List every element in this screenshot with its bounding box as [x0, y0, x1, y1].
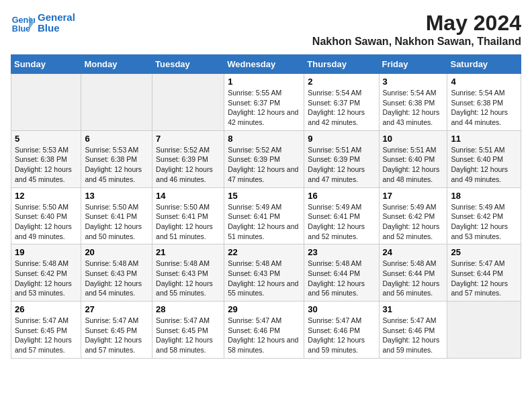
- calendar-cell: 23 Sunrise: 5:48 AM Sunset: 6:44 PM Dayl…: [304, 244, 379, 302]
- day-number: 9: [308, 134, 375, 144]
- calendar-cell: 7 Sunrise: 5:52 AM Sunset: 6:39 PM Dayli…: [152, 130, 224, 187]
- day-number: 20: [85, 247, 148, 257]
- calendar-cell: [447, 302, 521, 359]
- day-number: 27: [85, 304, 148, 314]
- calendar-cell: 19 Sunrise: 5:48 AM Sunset: 6:42 PM Dayl…: [11, 244, 81, 302]
- calendar-cell: 15 Sunrise: 5:49 AM Sunset: 6:41 PM Dayl…: [224, 187, 304, 244]
- day-info: Sunrise: 5:52 AM Sunset: 6:39 PM Dayligh…: [156, 145, 220, 185]
- calendar-cell: 5 Sunrise: 5:53 AM Sunset: 6:38 PM Dayli…: [11, 130, 81, 187]
- calendar-cell: 28 Sunrise: 5:47 AM Sunset: 6:45 PM Dayl…: [152, 302, 224, 359]
- calendar-cell: 3 Sunrise: 5:54 AM Sunset: 6:38 PM Dayli…: [379, 74, 447, 131]
- day-number: 31: [383, 304, 444, 314]
- calendar-cell: [11, 74, 81, 131]
- day-info: Sunrise: 5:47 AM Sunset: 6:45 PM Dayligh…: [156, 316, 220, 355]
- calendar-cell: 31 Sunrise: 5:47 AM Sunset: 6:46 PM Dayl…: [379, 302, 447, 359]
- calendar-cell: 16 Sunrise: 5:49 AM Sunset: 6:41 PM Dayl…: [304, 187, 379, 244]
- day-number: 6: [85, 134, 148, 144]
- day-info: Sunrise: 5:52 AM Sunset: 6:39 PM Dayligh…: [228, 145, 300, 185]
- day-number: 16: [308, 191, 375, 201]
- day-info: Sunrise: 5:51 AM Sunset: 6:40 PM Dayligh…: [451, 145, 517, 185]
- day-number: 30: [308, 304, 375, 314]
- day-info: Sunrise: 5:47 AM Sunset: 6:46 PM Dayligh…: [383, 316, 444, 355]
- week-row-2: 5 Sunrise: 5:53 AM Sunset: 6:38 PM Dayli…: [11, 130, 521, 187]
- day-info: Sunrise: 5:51 AM Sunset: 6:39 PM Dayligh…: [308, 145, 375, 185]
- week-row-4: 19 Sunrise: 5:48 AM Sunset: 6:42 PM Dayl…: [11, 244, 521, 302]
- calendar-cell: 26 Sunrise: 5:47 AM Sunset: 6:45 PM Dayl…: [11, 302, 81, 359]
- day-number: 24: [383, 247, 444, 257]
- day-info: Sunrise: 5:54 AM Sunset: 6:38 PM Dayligh…: [383, 88, 444, 128]
- calendar-cell: 1 Sunrise: 5:55 AM Sunset: 6:37 PM Dayli…: [224, 74, 304, 131]
- day-info: Sunrise: 5:48 AM Sunset: 6:43 PM Dayligh…: [85, 259, 148, 298]
- calendar-cell: 30 Sunrise: 5:47 AM Sunset: 6:46 PM Dayl…: [304, 302, 379, 359]
- header-thursday: Thursday: [304, 55, 379, 74]
- day-number: 1: [228, 77, 300, 87]
- day-info: Sunrise: 5:55 AM Sunset: 6:37 PM Dayligh…: [228, 88, 300, 128]
- calendar-cell: [81, 74, 152, 131]
- logo-text: GeneralBlue: [38, 12, 75, 34]
- calendar-cell: [152, 74, 224, 131]
- day-number: 14: [156, 191, 220, 201]
- day-info: Sunrise: 5:50 AM Sunset: 6:41 PM Dayligh…: [85, 202, 148, 242]
- day-info: Sunrise: 5:49 AM Sunset: 6:41 PM Dayligh…: [228, 202, 300, 242]
- calendar-cell: 18 Sunrise: 5:49 AM Sunset: 6:42 PM Dayl…: [447, 187, 521, 244]
- day-number: 21: [156, 247, 220, 257]
- calendar-cell: 4 Sunrise: 5:54 AM Sunset: 6:38 PM Dayli…: [447, 74, 521, 131]
- day-number: 5: [15, 134, 77, 144]
- day-info: Sunrise: 5:48 AM Sunset: 6:44 PM Dayligh…: [383, 259, 444, 298]
- header-friday: Friday: [379, 55, 447, 74]
- day-info: Sunrise: 5:49 AM Sunset: 6:42 PM Dayligh…: [451, 202, 517, 242]
- header-saturday: Saturday: [447, 55, 521, 74]
- day-info: Sunrise: 5:53 AM Sunset: 6:38 PM Dayligh…: [85, 145, 148, 185]
- day-info: Sunrise: 5:47 AM Sunset: 6:46 PM Dayligh…: [308, 316, 375, 355]
- day-info: Sunrise: 5:48 AM Sunset: 6:42 PM Dayligh…: [15, 259, 77, 298]
- logo-icon: General Blue: [11, 11, 35, 35]
- day-number: 19: [15, 247, 77, 257]
- day-number: 8: [228, 134, 300, 144]
- day-info: Sunrise: 5:54 AM Sunset: 6:38 PM Dayligh…: [451, 88, 517, 128]
- day-info: Sunrise: 5:51 AM Sunset: 6:40 PM Dayligh…: [383, 145, 444, 185]
- calendar-cell: 6 Sunrise: 5:53 AM Sunset: 6:38 PM Dayli…: [81, 130, 152, 187]
- header-sunday: Sunday: [11, 55, 81, 74]
- header-wednesday: Wednesday: [224, 55, 304, 74]
- day-info: Sunrise: 5:47 AM Sunset: 6:45 PM Dayligh…: [85, 316, 148, 355]
- calendar-cell: 10 Sunrise: 5:51 AM Sunset: 6:40 PM Dayl…: [379, 130, 447, 187]
- calendar-cell: 20 Sunrise: 5:48 AM Sunset: 6:43 PM Dayl…: [81, 244, 152, 302]
- day-info: Sunrise: 5:47 AM Sunset: 6:44 PM Dayligh…: [451, 259, 517, 298]
- day-info: Sunrise: 5:48 AM Sunset: 6:43 PM Dayligh…: [156, 259, 220, 298]
- calendar-cell: 27 Sunrise: 5:47 AM Sunset: 6:45 PM Dayl…: [81, 302, 152, 359]
- calendar-cell: 25 Sunrise: 5:47 AM Sunset: 6:44 PM Dayl…: [447, 244, 521, 302]
- day-info: Sunrise: 5:54 AM Sunset: 6:37 PM Dayligh…: [308, 88, 375, 128]
- day-number: 13: [85, 191, 148, 201]
- day-number: 18: [451, 191, 517, 201]
- calendar-cell: 14 Sunrise: 5:50 AM Sunset: 6:41 PM Dayl…: [152, 187, 224, 244]
- week-row-5: 26 Sunrise: 5:47 AM Sunset: 6:45 PM Dayl…: [11, 302, 521, 359]
- logo: General Blue GeneralBlue: [11, 11, 75, 35]
- calendar-cell: 9 Sunrise: 5:51 AM Sunset: 6:39 PM Dayli…: [304, 130, 379, 187]
- day-number: 28: [156, 304, 220, 314]
- day-number: 17: [383, 191, 444, 201]
- day-info: Sunrise: 5:50 AM Sunset: 6:40 PM Dayligh…: [15, 202, 77, 242]
- calendar-cell: 8 Sunrise: 5:52 AM Sunset: 6:39 PM Dayli…: [224, 130, 304, 187]
- day-number: 23: [308, 247, 375, 257]
- day-info: Sunrise: 5:53 AM Sunset: 6:38 PM Dayligh…: [15, 145, 77, 185]
- day-info: Sunrise: 5:47 AM Sunset: 6:45 PM Dayligh…: [15, 316, 77, 355]
- title-block: May 2024 Nakhon Sawan, Nakhon Sawan, Tha…: [312, 11, 521, 48]
- day-info: Sunrise: 5:50 AM Sunset: 6:41 PM Dayligh…: [156, 202, 220, 242]
- day-number: 22: [228, 247, 300, 257]
- week-row-3: 12 Sunrise: 5:50 AM Sunset: 6:40 PM Dayl…: [11, 187, 521, 244]
- subtitle: Nakhon Sawan, Nakhon Sawan, Thailand: [312, 36, 521, 48]
- day-number: 3: [383, 77, 444, 87]
- calendar-cell: 29 Sunrise: 5:47 AM Sunset: 6:46 PM Dayl…: [224, 302, 304, 359]
- calendar-cell: 2 Sunrise: 5:54 AM Sunset: 6:37 PM Dayli…: [304, 74, 379, 131]
- day-number: 26: [15, 304, 77, 314]
- calendar-cell: 24 Sunrise: 5:48 AM Sunset: 6:44 PM Dayl…: [379, 244, 447, 302]
- day-number: 7: [156, 134, 220, 144]
- day-info: Sunrise: 5:48 AM Sunset: 6:44 PM Dayligh…: [308, 259, 375, 298]
- svg-text:Blue: Blue: [12, 24, 30, 34]
- calendar-cell: 22 Sunrise: 5:48 AM Sunset: 6:43 PM Dayl…: [224, 244, 304, 302]
- day-info: Sunrise: 5:48 AM Sunset: 6:43 PM Dayligh…: [228, 259, 300, 298]
- main-title: May 2024: [312, 11, 521, 36]
- calendar-cell: 12 Sunrise: 5:50 AM Sunset: 6:40 PM Dayl…: [11, 187, 81, 244]
- week-row-1: 1 Sunrise: 5:55 AM Sunset: 6:37 PM Dayli…: [11, 74, 521, 131]
- day-number: 2: [308, 77, 375, 87]
